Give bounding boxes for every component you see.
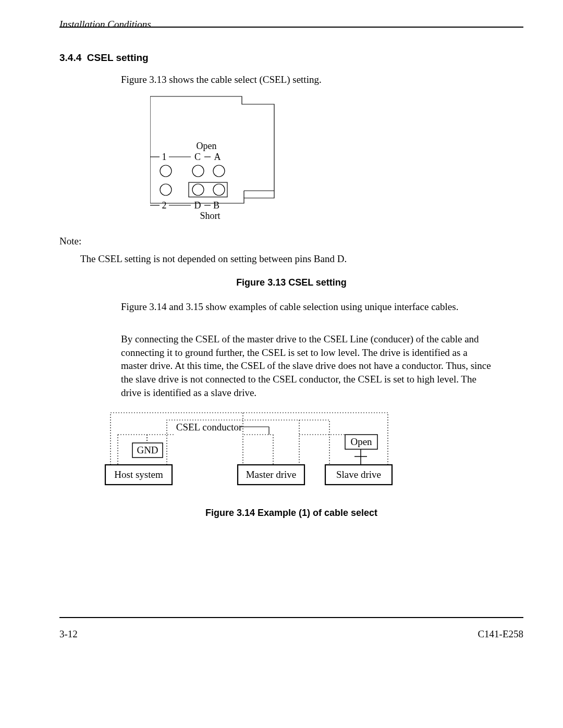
label-gnd: GND <box>137 445 158 455</box>
svg-point-4 <box>213 165 225 177</box>
label-csel-conductor: CSEL conductor <box>176 422 242 433</box>
note-label: Note: <box>59 235 81 248</box>
svg-point-7 <box>213 184 225 195</box>
section-title: CSEL setting <box>87 52 149 63</box>
label-2: 2 <box>162 200 167 211</box>
figure-caption-314: Figure 3.14 Example (1) of cable select <box>59 507 523 519</box>
label-short: Short <box>200 211 220 221</box>
header-rule <box>59 27 523 28</box>
intro-paragraph: Figure 3.13 shows the cable select (CSEL… <box>121 73 486 87</box>
paragraph-mid1: Figure 3.14 and 3.15 show examples of ca… <box>121 300 486 314</box>
paragraph-mid2: By connecting the CSEL of the master dri… <box>121 332 491 399</box>
figure-caption-313: Figure 3.13 CSEL setting <box>59 276 523 289</box>
svg-point-6 <box>192 184 204 195</box>
figure-cable-select-example: CSEL conductor GND Open Host system Mast… <box>102 410 425 488</box>
note-body: The CSEL setting is not depended on sett… <box>80 252 476 266</box>
label-slave: Slave drive <box>336 469 381 480</box>
header: Installation Conditions <box>59 18 523 31</box>
svg-point-2 <box>160 165 172 177</box>
svg-point-5 <box>160 184 172 195</box>
figure-csel-setting: Open 1 C A 2 D B Short <box>150 94 296 221</box>
page: Installation Conditions 3.4.4 CSEL setti… <box>0 0 563 728</box>
label-open2: Open <box>350 436 372 447</box>
label-b: B <box>213 200 219 211</box>
footer-rule <box>59 617 523 618</box>
label-c: C <box>194 152 201 162</box>
section-number: 3.4.4 <box>59 52 81 63</box>
label-1: 1 <box>162 152 167 162</box>
svg-point-3 <box>192 165 204 177</box>
label-master: Master drive <box>246 469 297 480</box>
header-title: Installation Conditions <box>59 19 151 30</box>
label-host: Host system <box>114 469 163 480</box>
section-heading: 3.4.4 CSEL setting <box>59 51 149 65</box>
label-d: D <box>194 200 201 211</box>
footer-doc: C141-E258 <box>478 627 523 641</box>
label-a: A <box>214 152 221 162</box>
footer-page: 3-12 <box>59 627 78 641</box>
label-open: Open <box>197 141 217 151</box>
